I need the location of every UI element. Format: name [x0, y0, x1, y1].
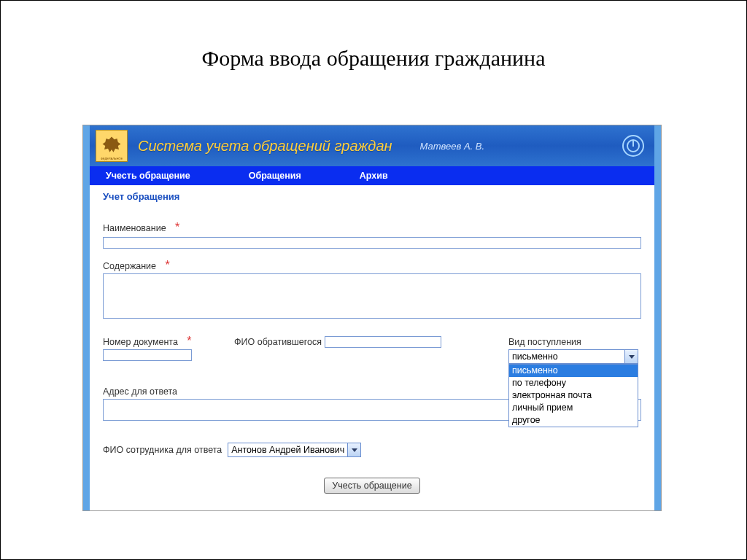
nav-archive[interactable]: Архив [360, 171, 388, 181]
dropdown-option[interactable]: электронная почта [509, 389, 638, 402]
label-content: Содержание [103, 261, 156, 271]
nav-appeals[interactable]: Обращения [249, 171, 301, 181]
label-receipt-type: Вид поступления [508, 337, 581, 347]
label-applicant-fio: ФИО обратившегося [234, 337, 322, 347]
nav-register-appeal[interactable]: Учесть обращение [106, 171, 190, 181]
dropdown-option[interactable]: письменно [509, 365, 638, 377]
submit-button[interactable]: Учесть обращение [324, 478, 419, 494]
receipt-type-dropdown: письменно по телефону электронная почта … [508, 364, 638, 427]
required-mark: * [175, 221, 179, 233]
eagle-icon [101, 135, 123, 157]
receipt-type-selected: письменно [509, 351, 624, 362]
receipt-type-select[interactable]: письменно [508, 349, 638, 364]
label-doc-number: Номер документа [103, 337, 178, 347]
required-mark: * [166, 259, 170, 271]
system-title: Система учета обращений граждан [138, 138, 392, 155]
chevron-down-icon [347, 443, 360, 456]
label-name: Наименование [103, 223, 166, 233]
applicant-fio-input[interactable] [325, 336, 441, 348]
app-inner: ФЕДЕРАЛЬНОЕ Система учета обращений граж… [90, 125, 654, 510]
dropdown-option[interactable]: другое [509, 414, 638, 427]
label-reply-address: Адрес для ответа [103, 386, 177, 397]
chevron-down-icon [624, 350, 638, 363]
logout-button[interactable] [622, 135, 644, 157]
staff-select[interactable]: Антонов Андрей Иванович [228, 443, 361, 457]
content-textarea[interactable] [103, 273, 641, 319]
emblem-caption: ФЕДЕРАЛЬНОЕ [96, 157, 127, 160]
staff-selected: Антонов Андрей Иванович [228, 445, 347, 455]
app-header: ФЕДЕРАЛЬНОЕ Система учета обращений граж… [90, 125, 654, 166]
label-staff-fio: ФИО сотрудника для ответа [103, 445, 222, 455]
slide-title: Форма ввода обращения гражданина [1, 46, 746, 71]
required-mark: * [187, 335, 191, 347]
section-title: Учет обращения [103, 191, 641, 202]
current-user: Матвеев А. В. [420, 141, 485, 152]
dropdown-option[interactable]: личный прием [509, 402, 638, 414]
doc-number-input[interactable] [103, 349, 192, 361]
name-input[interactable] [103, 237, 641, 249]
emblem-logo: ФЕДЕРАЛЬНОЕ [96, 130, 128, 162]
app-window: ФЕДЕРАЛЬНОЕ Система учета обращений граж… [82, 125, 662, 511]
main-nav: Учесть обращение Обращения Архив [90, 166, 654, 185]
dropdown-option[interactable]: по телефону [509, 377, 638, 389]
form-content: Учет обращения Наименование * Содержание… [90, 185, 654, 494]
